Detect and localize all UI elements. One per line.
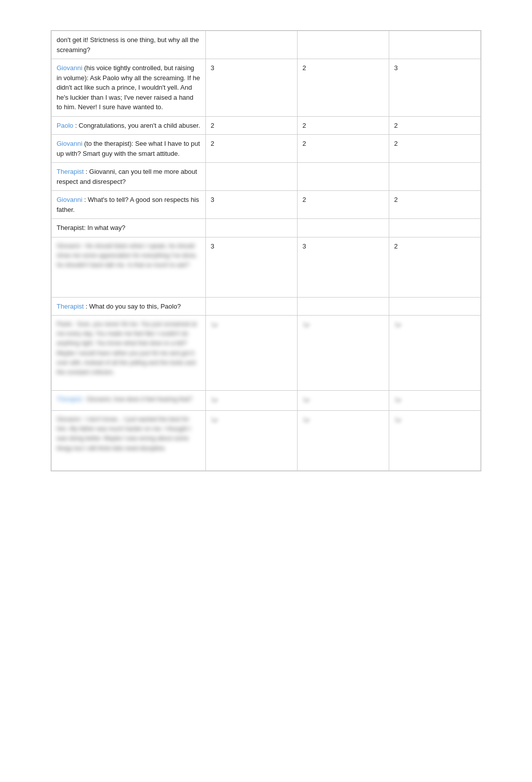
num-cell-2	[297, 297, 389, 316]
speaker-giovanni: Giovanni	[57, 140, 82, 147]
blurred-content: Giovanni : He should listen when I speak…	[57, 241, 200, 271]
num-cell-2: 2	[297, 59, 389, 117]
table-row: Paolo : Congratulations, you aren't a ch…	[52, 116, 481, 135]
num-cell-3	[389, 219, 480, 237]
speaker-giovanni: Giovanni	[57, 64, 82, 72]
row-text: Therapist: In what way?	[57, 224, 125, 231]
num-cell-1: 2	[205, 135, 297, 163]
speaker-giovanni: Giovanni	[57, 196, 82, 203]
num-cell-2: 2	[297, 135, 389, 163]
num-cell-2	[297, 31, 389, 59]
text-cell: Therapist: In what way?	[52, 219, 206, 237]
num-cell-3: 3	[389, 59, 480, 117]
text-cell-blurred: Giovanni : I don't know... I just wanted…	[52, 411, 206, 471]
blurred-content: Giovanni : I don't know... I just wanted…	[57, 415, 200, 453]
num-cell-3: 1p	[389, 411, 480, 471]
num-cell-2: 1p	[297, 316, 389, 391]
row-text: : What do you say to this, Paolo?	[86, 303, 181, 310]
table-row: Giovanni (to the therapist): See what I …	[52, 135, 481, 163]
num-cell-1	[205, 163, 297, 191]
num-cell-3	[389, 297, 480, 316]
num-cell-3: 2	[389, 237, 480, 297]
num-cell-2	[297, 163, 389, 191]
text-cell: Paolo : Congratulations, you aren't a ch…	[52, 116, 206, 135]
text-cell-blurred: Therapist : Giovanni, how does it feel h…	[52, 391, 206, 411]
text-cell: Giovanni (to the therapist): See what I …	[52, 135, 206, 163]
num-cell-1: 1p	[205, 391, 297, 411]
text-cell: Giovanni (his voice tightly controlled, …	[52, 59, 206, 117]
num-cell-1	[205, 297, 297, 316]
text-cell-blurred: Paolo : Sure, you never hit me. You just…	[52, 316, 206, 391]
blurred-content: Therapist : Giovanni, how does it feel h…	[57, 395, 200, 404]
num-cell-3	[389, 163, 480, 191]
num-cell-3: 1p	[389, 316, 480, 391]
text-cell: Giovanni : What's to tell? A good son re…	[52, 191, 206, 219]
num-cell-2: 1p	[297, 411, 389, 471]
table-row: Giovanni (his voice tightly controlled, …	[52, 59, 481, 117]
table-row-blurred: Therapist : Giovanni, how does it feel h…	[52, 391, 481, 411]
num-cell-1	[205, 31, 297, 59]
num-cell-1: 1p	[205, 411, 297, 471]
num-cell-2: 2	[297, 191, 389, 219]
num-cell-3: 2	[389, 116, 480, 135]
text-cell: Therapist : Giovanni, can you tell me mo…	[52, 163, 206, 191]
num-cell-2	[297, 219, 389, 237]
blurred-content: Paolo : Sure, you never hit me. You just…	[57, 320, 200, 377]
table-row: Giovanni : What's to tell? A good son re…	[52, 191, 481, 219]
num-cell-3: 2	[389, 191, 480, 219]
speaker-paolo: Paolo	[57, 122, 73, 129]
num-cell-2: 2	[297, 116, 389, 135]
num-cell-2: 3	[297, 237, 389, 297]
row-text: : Congratulations, you aren't a child ab…	[75, 122, 200, 129]
num-cell-1: 1p	[205, 316, 297, 391]
num-cell-1	[205, 219, 297, 237]
num-cell-1: 3	[205, 59, 297, 117]
row-text: don't get it! Strictness is one thing, b…	[57, 36, 199, 54]
table-row: Therapist: In what way?	[52, 219, 481, 237]
num-cell-1: 3	[205, 237, 297, 297]
text-cell: Therapist : What do you say to this, Pao…	[52, 297, 206, 316]
num-cell-1: 3	[205, 191, 297, 219]
table-row: don't get it! Strictness is one thing, b…	[52, 31, 481, 59]
main-table: don't get it! Strictness is one thing, b…	[51, 30, 481, 471]
num-cell-3: 2	[389, 135, 480, 163]
table-row-blurred: Giovanni : I don't know... I just wanted…	[52, 411, 481, 471]
text-cell: don't get it! Strictness is one thing, b…	[52, 31, 206, 59]
num-cell-3	[389, 31, 480, 59]
speaker-therapist: Therapist	[57, 168, 84, 175]
num-cell-3: 1p	[389, 391, 480, 411]
table-row-blurred: Giovanni : He should listen when I speak…	[52, 237, 481, 297]
text-cell-blurred: Giovanni : He should listen when I speak…	[52, 237, 206, 297]
table-row-blurred: Paolo : Sure, you never hit me. You just…	[52, 316, 481, 391]
num-cell-2: 1p	[297, 391, 389, 411]
num-cell-1: 2	[205, 116, 297, 135]
table-row: Therapist : What do you say to this, Pao…	[52, 297, 481, 316]
speaker-therapist: Therapist	[57, 303, 84, 310]
table-row: Therapist : Giovanni, can you tell me mo…	[52, 163, 481, 191]
